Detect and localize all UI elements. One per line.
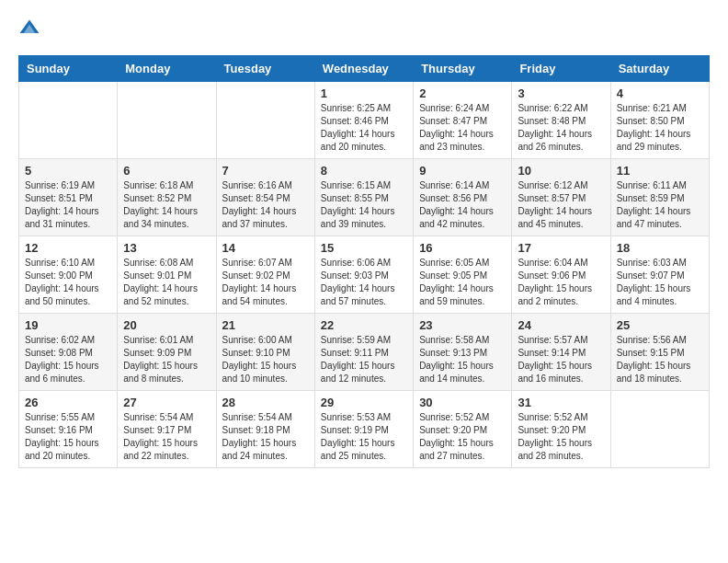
day-info: Sunrise: 6:05 AM Sunset: 9:05 PM Dayligh… (419, 257, 506, 308)
day-info: Sunrise: 6:25 AM Sunset: 8:46 PM Dayligh… (321, 102, 407, 154)
day-number: 8 (321, 164, 407, 178)
calendar-cell: 10Sunrise: 6:12 AM Sunset: 8:57 PM Dayli… (512, 159, 610, 236)
calendar-cell: 24Sunrise: 5:57 AM Sunset: 9:14 PM Dayli… (512, 314, 610, 391)
calendar-header-row: SundayMondayTuesdayWednesdayThursdayFrid… (19, 56, 710, 82)
day-number: 20 (123, 318, 210, 332)
day-info: Sunrise: 6:12 AM Sunset: 8:57 PM Dayligh… (518, 179, 604, 231)
calendar-cell: 23Sunrise: 5:58 AM Sunset: 9:13 PM Dayli… (414, 314, 512, 391)
calendar-cell: 26Sunrise: 5:55 AM Sunset: 9:16 PM Dayli… (19, 391, 118, 468)
weekday-header: Tuesday (216, 56, 314, 82)
calendar-cell: 29Sunrise: 5:53 AM Sunset: 9:19 PM Dayli… (314, 391, 413, 468)
calendar-week-row: 1Sunrise: 6:25 AM Sunset: 8:46 PM Daylig… (19, 82, 710, 159)
calendar-table: SundayMondayTuesdayWednesdayThursdayFrid… (18, 55, 710, 468)
day-number: 23 (419, 318, 506, 332)
weekday-header: Saturday (610, 56, 709, 82)
calendar-cell: 31Sunrise: 5:52 AM Sunset: 9:20 PM Dayli… (512, 391, 610, 468)
calendar-cell: 21Sunrise: 6:00 AM Sunset: 9:10 PM Dayli… (216, 314, 314, 391)
calendar-cell: 2Sunrise: 6:24 AM Sunset: 8:47 PM Daylig… (414, 82, 512, 159)
day-number: 30 (419, 396, 506, 409)
day-number: 15 (321, 241, 407, 255)
calendar-week-row: 26Sunrise: 5:55 AM Sunset: 9:16 PM Dayli… (19, 391, 710, 468)
day-number: 4 (617, 86, 703, 100)
calendar-cell: 11Sunrise: 6:11 AM Sunset: 8:59 PM Dayli… (610, 159, 709, 236)
calendar-cell: 27Sunrise: 5:54 AM Sunset: 9:17 PM Dayli… (118, 391, 216, 468)
day-info: Sunrise: 5:57 AM Sunset: 9:14 PM Dayligh… (518, 334, 604, 385)
day-info: Sunrise: 5:58 AM Sunset: 9:13 PM Dayligh… (419, 334, 506, 385)
day-info: Sunrise: 6:04 AM Sunset: 9:06 PM Dayligh… (518, 257, 604, 308)
day-info: Sunrise: 5:52 AM Sunset: 9:20 PM Dayligh… (518, 411, 604, 463)
page-header (18, 18, 710, 40)
day-number: 10 (518, 164, 604, 178)
calendar-cell: 25Sunrise: 5:56 AM Sunset: 9:15 PM Dayli… (610, 314, 709, 391)
day-number: 14 (222, 241, 309, 255)
day-number: 25 (617, 318, 703, 332)
day-info: Sunrise: 6:07 AM Sunset: 9:02 PM Dayligh… (222, 257, 309, 308)
calendar-cell: 4Sunrise: 6:21 AM Sunset: 8:50 PM Daylig… (610, 82, 709, 159)
day-info: Sunrise: 6:21 AM Sunset: 8:50 PM Dayligh… (617, 102, 703, 154)
day-info: Sunrise: 6:02 AM Sunset: 9:08 PM Dayligh… (25, 334, 111, 385)
calendar-cell: 20Sunrise: 6:01 AM Sunset: 9:09 PM Dayli… (118, 314, 216, 391)
calendar-week-row: 19Sunrise: 6:02 AM Sunset: 9:08 PM Dayli… (19, 314, 710, 391)
day-info: Sunrise: 5:54 AM Sunset: 9:17 PM Dayligh… (123, 411, 210, 463)
calendar-week-row: 5Sunrise: 6:19 AM Sunset: 8:51 PM Daylig… (19, 159, 710, 236)
calendar-cell: 5Sunrise: 6:19 AM Sunset: 8:51 PM Daylig… (19, 159, 118, 236)
day-number: 5 (25, 164, 111, 178)
calendar-cell: 16Sunrise: 6:05 AM Sunset: 9:05 PM Dayli… (414, 236, 512, 314)
day-number: 24 (518, 318, 604, 332)
calendar-cell: 18Sunrise: 6:03 AM Sunset: 9:07 PM Dayli… (610, 236, 709, 314)
day-number: 18 (617, 241, 703, 255)
day-info: Sunrise: 6:00 AM Sunset: 9:10 PM Dayligh… (222, 334, 309, 385)
day-info: Sunrise: 6:24 AM Sunset: 8:47 PM Dayligh… (419, 102, 506, 154)
day-info: Sunrise: 6:16 AM Sunset: 8:54 PM Dayligh… (222, 179, 309, 231)
weekday-header: Wednesday (314, 56, 413, 82)
day-info: Sunrise: 5:53 AM Sunset: 9:19 PM Dayligh… (321, 411, 407, 463)
calendar-cell: 28Sunrise: 5:54 AM Sunset: 9:18 PM Dayli… (216, 391, 314, 468)
day-info: Sunrise: 6:03 AM Sunset: 9:07 PM Dayligh… (617, 257, 703, 308)
day-info: Sunrise: 6:15 AM Sunset: 8:55 PM Dayligh… (321, 179, 407, 231)
weekday-header: Friday (512, 56, 610, 82)
day-number: 19 (25, 318, 111, 332)
calendar-cell: 13Sunrise: 6:08 AM Sunset: 9:01 PM Dayli… (118, 236, 216, 314)
day-info: Sunrise: 6:10 AM Sunset: 9:00 PM Dayligh… (25, 257, 111, 308)
calendar-cell: 7Sunrise: 6:16 AM Sunset: 8:54 PM Daylig… (216, 159, 314, 236)
calendar-cell: 19Sunrise: 6:02 AM Sunset: 9:08 PM Dayli… (19, 314, 118, 391)
calendar-cell (118, 82, 216, 159)
day-info: Sunrise: 6:22 AM Sunset: 8:48 PM Dayligh… (518, 102, 604, 154)
day-number: 6 (123, 164, 210, 178)
day-number: 2 (419, 86, 506, 100)
calendar-cell (19, 82, 118, 159)
day-number: 12 (25, 241, 111, 255)
day-number: 31 (518, 396, 604, 409)
calendar-cell: 6Sunrise: 6:18 AM Sunset: 8:52 PM Daylig… (118, 159, 216, 236)
day-number: 1 (321, 86, 407, 100)
day-number: 11 (617, 164, 703, 178)
calendar-cell: 8Sunrise: 6:15 AM Sunset: 8:55 PM Daylig… (314, 159, 413, 236)
calendar-cell: 22Sunrise: 5:59 AM Sunset: 9:11 PM Dayli… (314, 314, 413, 391)
day-number: 9 (419, 164, 506, 178)
day-info: Sunrise: 6:18 AM Sunset: 8:52 PM Dayligh… (123, 179, 210, 231)
weekday-header: Thursday (414, 56, 512, 82)
logo (18, 18, 44, 40)
logo-icon (18, 18, 40, 40)
calendar-cell: 9Sunrise: 6:14 AM Sunset: 8:56 PM Daylig… (414, 159, 512, 236)
day-number: 16 (419, 241, 506, 255)
day-info: Sunrise: 5:52 AM Sunset: 9:20 PM Dayligh… (419, 411, 506, 463)
calendar-cell (216, 82, 314, 159)
calendar-cell: 15Sunrise: 6:06 AM Sunset: 9:03 PM Dayli… (314, 236, 413, 314)
weekday-header: Monday (118, 56, 216, 82)
calendar-cell: 12Sunrise: 6:10 AM Sunset: 9:00 PM Dayli… (19, 236, 118, 314)
day-info: Sunrise: 6:01 AM Sunset: 9:09 PM Dayligh… (123, 334, 210, 385)
day-number: 17 (518, 241, 604, 255)
day-info: Sunrise: 5:56 AM Sunset: 9:15 PM Dayligh… (617, 334, 703, 385)
day-number: 22 (321, 318, 407, 332)
day-info: Sunrise: 5:55 AM Sunset: 9:16 PM Dayligh… (25, 411, 111, 463)
calendar-cell: 3Sunrise: 6:22 AM Sunset: 8:48 PM Daylig… (512, 82, 610, 159)
day-number: 27 (123, 396, 210, 409)
day-number: 21 (222, 318, 309, 332)
calendar-cell: 30Sunrise: 5:52 AM Sunset: 9:20 PM Dayli… (414, 391, 512, 468)
day-info: Sunrise: 5:59 AM Sunset: 9:11 PM Dayligh… (321, 334, 407, 385)
day-number: 28 (222, 396, 309, 409)
calendar-cell: 14Sunrise: 6:07 AM Sunset: 9:02 PM Dayli… (216, 236, 314, 314)
calendar-cell (610, 391, 709, 468)
day-number: 7 (222, 164, 309, 178)
